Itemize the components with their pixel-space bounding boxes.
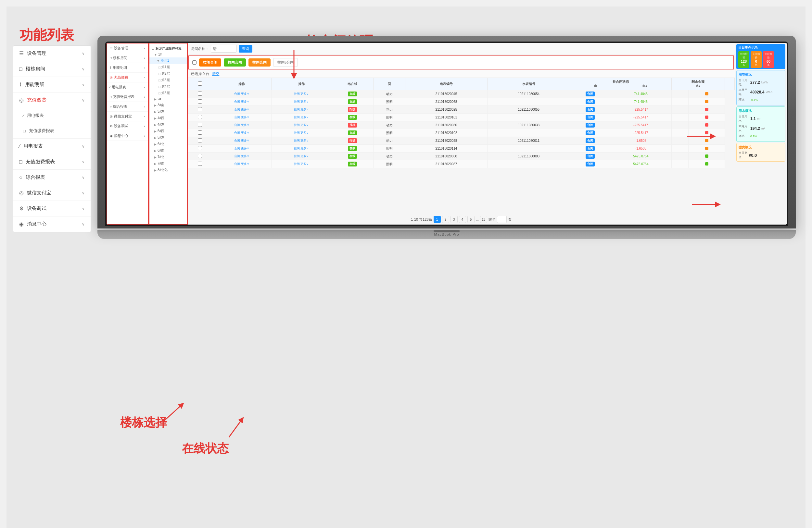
gate-btn-4[interactable]: 拉闸5分闸	[273, 58, 298, 67]
action-more1-3[interactable]: 更多∨	[241, 116, 249, 119]
action-lazha-9[interactable]: 拉闸	[294, 162, 300, 166]
action-hezha-4[interactable]: 合闸	[234, 123, 240, 126]
tree-item-4e[interactable]: ▶ 4#东	[149, 121, 187, 128]
gate-btn-1[interactable]: 拉闸合闸	[199, 58, 221, 66]
tree-item-6n[interactable]: ▶ 6#北	[149, 141, 187, 147]
tree-item-3n[interactable]: ▶ 3#南	[149, 102, 187, 108]
sidebar-item-chongzhi-report[interactable]: □ 充值缴费报表 ∨	[13, 154, 91, 170]
sidebar-item-xiaxi[interactable]: ◉ 消息中心 ∨	[13, 216, 91, 232]
tree-item-7s[interactable]: ▶ 7#南	[149, 160, 187, 167]
action-hezha-8[interactable]: 合闸	[234, 154, 240, 158]
tree-item-floor5[interactable]: □ 第5层	[149, 90, 187, 96]
action-hezha-5[interactable]: 合闸	[234, 131, 240, 134]
action-more1-8[interactable]: 更多∨	[241, 154, 249, 158]
row-checkbox-1[interactable]	[198, 99, 202, 104]
action-more2-7[interactable]: 更多∨	[301, 147, 308, 150]
clear-selection[interactable]: 清空	[212, 72, 219, 76]
row-checkbox-0[interactable]	[198, 91, 202, 96]
inner-sidebar-zonghe[interactable]: ○ 综合报表 ∨	[107, 102, 148, 112]
select-all-checkbox[interactable]	[192, 60, 197, 64]
action-hezha-2[interactable]: 合闸	[234, 108, 240, 111]
action-more1-1[interactable]: 更多∨	[241, 100, 249, 103]
tree-item-floor2[interactable]: □ 第2层	[149, 71, 187, 77]
page-jump-input[interactable]	[497, 216, 507, 223]
inner-sidebar-yongdian[interactable]: ∕ 用电报表 ∨	[107, 82, 148, 92]
page-btn-5[interactable]: 5	[467, 216, 475, 223]
sidebar-item-chongzhi[interactable]: ◎ 充值缴费 ∨	[13, 92, 91, 108]
sidebar-item-chongzhi-sub[interactable]: □ 充值缴费报表	[13, 123, 91, 139]
action-more2-2[interactable]: 更多∨	[301, 108, 308, 111]
tree-item-floor3[interactable]: □ 第3层	[149, 77, 187, 84]
filter-room-input[interactable]	[211, 45, 237, 52]
sidebar-item-shebei[interactable]: ☰ 设备管理 ∨	[13, 46, 91, 61]
sidebar-item-yongneng[interactable]: ⌇ 用能明细 ∨	[13, 77, 91, 92]
action-more1-2[interactable]: 更多∨	[241, 108, 249, 111]
tree-item-6s[interactable]: ▶ 6#南	[149, 147, 187, 154]
gate-btn-2[interactable]: 拉闸合闸	[224, 58, 246, 66]
inner-sidebar-debug[interactable]: ⚙ 设备调试 ∨	[107, 121, 148, 131]
row-checkbox-7[interactable]	[198, 146, 202, 150]
page-btn-1[interactable]: 1	[434, 216, 441, 223]
sidebar-item-yongdian-sub[interactable]: ∕ 用电报表	[13, 108, 91, 123]
sidebar-item-shebei-debug[interactable]: ⚙ 设备调试 ∨	[13, 201, 91, 216]
action-lazha-1[interactable]: 拉闸	[294, 100, 300, 103]
action-more2-1[interactable]: 更多∨	[301, 100, 308, 103]
sidebar-item-yongdian[interactable]: ∕ 用电报表 ∨	[13, 139, 91, 154]
row-checkbox-9[interactable]	[198, 162, 202, 166]
action-lazha-7[interactable]: 拉闸	[294, 147, 300, 150]
action-more2-0[interactable]: 更多∨	[301, 92, 308, 95]
action-more2-3[interactable]: 更多∨	[301, 116, 308, 119]
action-lazha-8[interactable]: 拉闸	[294, 154, 300, 158]
tree-item-5e[interactable]: ▶ 5#东	[149, 134, 187, 141]
row-checkbox-8[interactable]	[198, 154, 202, 158]
tree-item-unit1[interactable]: ▼ 单元1	[149, 58, 187, 64]
row-checkbox-3[interactable]	[198, 115, 202, 119]
action-more1-9[interactable]: 更多∨	[241, 162, 249, 166]
tree-item-floor4[interactable]: □ 第4层	[149, 84, 187, 90]
tree-item-2[interactable]: ▶ 2#	[149, 96, 187, 102]
gate-btn-3[interactable]: 拉闸合闸	[248, 58, 271, 66]
inner-sidebar-chongzhi[interactable]: ◎ 充值缴费 ∨	[107, 73, 148, 82]
action-more2-4[interactable]: 更多∨	[301, 123, 308, 126]
inner-sidebar-weixin[interactable]: ◎ 微信支付宝 ∨	[107, 112, 148, 121]
action-hezha-7[interactable]: 合闸	[234, 147, 240, 150]
tree-item-4w[interactable]: ▶ 4#西	[149, 115, 187, 121]
action-more2-5[interactable]: 更多∨	[301, 131, 308, 134]
action-hezha-9[interactable]: 合闸	[234, 162, 240, 166]
tree-item-floor1[interactable]: □ 第1层	[149, 64, 187, 71]
sidebar-item-loudong[interactable]: □ 楼栋房间 ∨	[13, 61, 91, 77]
action-lazha-5[interactable]: 拉闸	[294, 131, 300, 134]
action-hezha-1[interactable]: 合闸	[234, 100, 240, 103]
action-hezha-6[interactable]: 合闸	[234, 139, 240, 142]
action-more2-8[interactable]: 更多∨	[301, 154, 308, 158]
action-more1-7[interactable]: 更多∨	[241, 147, 249, 150]
tree-item-3e[interactable]: ▶ 3#东	[149, 108, 187, 115]
action-hezha-3[interactable]: 合闸	[234, 116, 240, 119]
tree-item-7n[interactable]: ▶ 7#北	[149, 154, 187, 160]
action-more1-6[interactable]: 更多∨	[241, 139, 249, 142]
tree-item-1[interactable]: ▼ 1#	[149, 52, 187, 58]
action-lazha-4[interactable]: 拉闸	[294, 123, 300, 126]
page-btn-13[interactable]: 13	[480, 216, 487, 223]
page-btn-3[interactable]: 3	[450, 216, 458, 223]
action-more2-6[interactable]: 更多∨	[301, 139, 308, 142]
inner-sidebar-report[interactable]: □ 充值缴费报表 ∨	[107, 92, 148, 102]
action-lazha-3[interactable]: 拉闸	[294, 116, 300, 119]
row-checkbox-2[interactable]	[198, 107, 202, 111]
header-checkbox[interactable]	[198, 81, 202, 86]
action-lazha-6[interactable]: 拉闸	[294, 139, 300, 142]
tree-item-5w[interactable]: ▶ 5#西	[149, 128, 187, 134]
inner-sidebar-message[interactable]: ◉ 消息中心 ∨	[107, 131, 148, 141]
inner-sidebar-loudong[interactable]: □ 楼栋房间 ∨	[107, 53, 148, 63]
tree-item-8n[interactable]: ▶ 8#北化	[149, 167, 187, 173]
row-checkbox-6[interactable]	[198, 138, 202, 142]
sidebar-item-weixin[interactable]: ◎ 微信支付宝 ∨	[13, 185, 91, 201]
row-checkbox-5[interactable]	[198, 131, 202, 135]
sidebar-item-zonghe[interactable]: ○ 综合报表 ∨	[13, 170, 91, 185]
page-btn-2[interactable]: 2	[442, 216, 449, 223]
tree-item-root[interactable]: ▲ 标龙产城投控样板	[149, 45, 187, 52]
action-more1-4[interactable]: 更多∨	[241, 123, 249, 126]
action-lazha-2[interactable]: 拉闸	[294, 108, 300, 111]
action-more1-0[interactable]: 更多∨	[241, 92, 249, 95]
action-more1-5[interactable]: 更多∨	[241, 131, 249, 134]
